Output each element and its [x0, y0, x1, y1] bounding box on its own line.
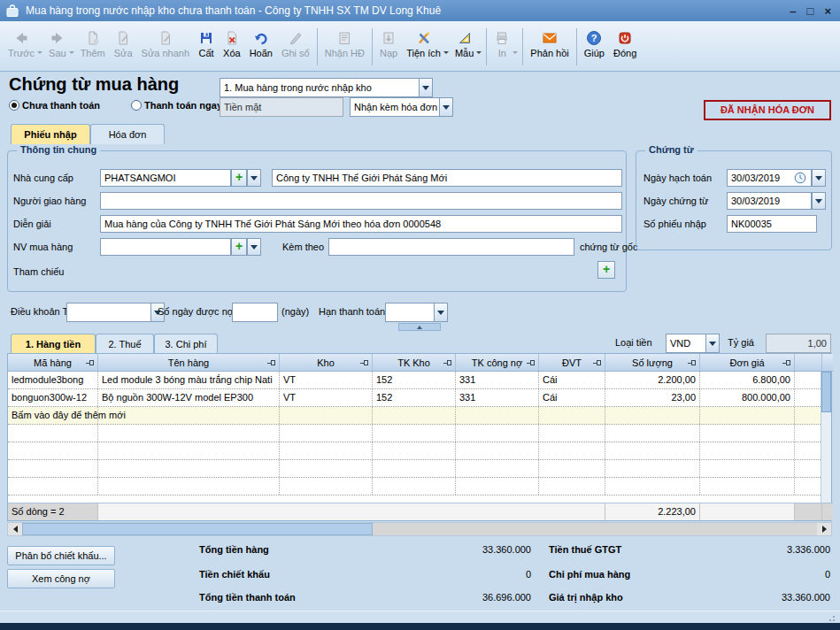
save-button[interactable]: Cất — [194, 25, 219, 60]
forward-dropdown-icon — [69, 51, 74, 57]
payment-method-field: Tiền mặt — [220, 97, 343, 117]
resize-grip[interactable] — [833, 619, 835, 621]
cell-unit[interactable]: Cái — [539, 389, 605, 406]
tab-expense[interactable]: 3. Chi phí — [154, 334, 218, 353]
cell-unit-price[interactable]: 800.000,00 — [700, 389, 795, 406]
utilities-button[interactable]: Tiện ích — [402, 25, 445, 60]
doc-date-label: Ngày chứng từ — [643, 196, 708, 206]
utilities-dropdown-icon[interactable] — [443, 51, 449, 57]
cell-payable-account[interactable]: 331 — [456, 372, 539, 388]
buyer-dropdown-button[interactable] — [247, 238, 261, 256]
table-row[interactable]: ledmodule3bong Led module 3 bóng màu trắ… — [8, 372, 822, 389]
col-header-stock-account: TK Kho — [373, 354, 456, 371]
posting-date-dropdown-button[interactable] — [812, 169, 826, 187]
invoice-option-select[interactable]: Nhận kèm hóa đơn — [350, 97, 440, 117]
cell-item-name[interactable]: Led module 3 bóng màu trắng chip Nati — [98, 372, 280, 388]
tab-items[interactable]: 1. Hàng tiền — [11, 334, 96, 353]
attach-input[interactable] — [328, 238, 574, 256]
credit-days-input[interactable] — [232, 303, 278, 322]
grid-vertical-scrollbar[interactable] — [821, 372, 831, 503]
chevron-down-icon — [250, 245, 258, 253]
undo-button[interactable]: Hoãn — [245, 25, 277, 60]
doc-date-dropdown-button[interactable] — [812, 192, 826, 210]
clock-icon[interactable] — [794, 172, 806, 184]
due-date-select[interactable] — [385, 303, 435, 322]
collapse-panel-button[interactable] — [398, 323, 441, 331]
cell-payable-account[interactable]: 331 — [456, 389, 539, 406]
chevron-down-icon — [815, 176, 822, 184]
help-button[interactable]: ? Giúp — [580, 25, 609, 60]
cell-stock-account[interactable]: 152 — [373, 389, 456, 406]
add-new-row[interactable]: Bấm vào đây để thêm mới — [8, 407, 822, 425]
view-debt-button[interactable]: Xem công nợ — [7, 569, 115, 588]
table-row[interactable]: bonguon300w-12 Bộ nguồn 300W-12V model E… — [8, 389, 822, 407]
feedback-button[interactable]: Phản hồi — [526, 25, 573, 60]
scroll-right-icon[interactable] — [817, 523, 831, 535]
currency-select[interactable]: VND — [666, 334, 706, 353]
back-icon — [13, 27, 29, 46]
cell-warehouse[interactable]: VT — [280, 372, 373, 388]
doc-type-select[interactable]: 1. Mua hàng trong nước nhập kho — [220, 78, 420, 97]
cell-quantity[interactable]: 2.200,00 — [605, 372, 700, 388]
grid-horizontal-scrollbar[interactable] — [7, 522, 832, 536]
document-group: Chứng từ Ngày hạch toán 30/03/2019 Ngày … — [636, 150, 832, 250]
close-window-icon[interactable]: × — [824, 4, 831, 18]
pin-icon[interactable] — [89, 360, 94, 365]
radio-pay-later[interactable] — [9, 100, 19, 111]
delete-button[interactable]: Xóa — [219, 25, 245, 60]
close-button[interactable]: Đóng — [609, 25, 641, 60]
cell-extra[interactable] — [795, 372, 822, 388]
allocate-discount-button[interactable]: Phân bổ chiết khấu... — [7, 546, 115, 565]
cell-item-code[interactable]: bonguon300w-12 — [8, 389, 98, 406]
scroll-left-icon[interactable] — [8, 523, 22, 535]
supplier-add-button[interactable]: + — [231, 169, 247, 187]
currency-dropdown-button[interactable] — [705, 334, 720, 353]
cell-unit[interactable]: Cái — [539, 372, 605, 388]
pin-icon[interactable] — [597, 360, 601, 365]
cell-unit-price[interactable]: 6.800,00 — [700, 372, 795, 388]
quantity-total: 2.223,00 — [605, 503, 700, 520]
pin-icon[interactable] — [530, 360, 535, 365]
pin-icon[interactable] — [271, 360, 275, 365]
cell-warehouse[interactable]: VT — [280, 389, 373, 406]
template-dropdown-icon[interactable] — [476, 51, 482, 57]
doc-date-input[interactable]: 30/03/2019 — [727, 192, 812, 210]
template-button[interactable]: Mẫu — [451, 25, 478, 60]
cell-item-name[interactable]: Bộ nguồn 300W-12V model EP300 — [98, 389, 280, 406]
due-date-dropdown-button[interactable] — [434, 303, 448, 322]
cell-stock-account[interactable]: 152 — [373, 372, 456, 388]
maximize-icon[interactable]: □ — [807, 4, 814, 18]
chevron-down-icon — [815, 199, 822, 207]
invoice-option-dropdown-button[interactable] — [439, 97, 453, 117]
cell-extra[interactable] — [795, 389, 822, 406]
buyer-add-button[interactable]: + — [231, 238, 247, 256]
pin-icon[interactable] — [447, 360, 451, 365]
pin-icon[interactable] — [691, 360, 696, 365]
doc-type-dropdown-button[interactable] — [419, 78, 433, 97]
tab-invoice[interactable]: Hóa đơn — [90, 124, 165, 144]
pin-icon[interactable] — [786, 360, 790, 365]
supplier-code-input[interactable]: PHATSANGMOI — [100, 169, 231, 187]
cell-item-code[interactable]: ledmodule3bong — [8, 372, 98, 388]
receipt-no-input[interactable]: NK00035 — [727, 215, 817, 233]
window-title: Mua hàng trong nước nhập kho chưa thanh … — [26, 4, 441, 17]
reference-add-button[interactable]: + — [597, 261, 615, 279]
grid-vertical-scrollbar-thumb[interactable] — [821, 372, 831, 412]
description-input[interactable]: Mua hàng của Công ty TNHH Thế Giới Phát … — [100, 215, 622, 233]
radio-pay-now[interactable] — [131, 100, 142, 111]
pin-icon[interactable] — [364, 360, 368, 365]
tab-tax[interactable]: 2. Thuế — [96, 334, 154, 353]
scrollbar-track[interactable] — [373, 523, 817, 535]
cell-quantity[interactable]: 23,00 — [605, 389, 700, 406]
general-info-group: Thông tin chung Nhà cung cấp PHATSANGMOI… — [7, 150, 627, 292]
deliverer-input[interactable] — [100, 192, 622, 210]
buyer-input[interactable] — [100, 238, 231, 256]
supplier-name-input[interactable]: Công ty TNHH Thế Giới Phát Sáng Mới — [272, 169, 622, 187]
payment-term-select[interactable] — [66, 303, 151, 322]
add-button: Thêm — [76, 25, 110, 60]
grid-horizontal-scrollbar-thumb[interactable] — [22, 523, 373, 535]
undo-icon — [253, 27, 269, 46]
supplier-dropdown-button[interactable] — [247, 169, 261, 187]
tab-receipt[interactable]: Phiếu nhập — [11, 124, 90, 144]
minimize-icon[interactable]: – — [790, 4, 796, 18]
